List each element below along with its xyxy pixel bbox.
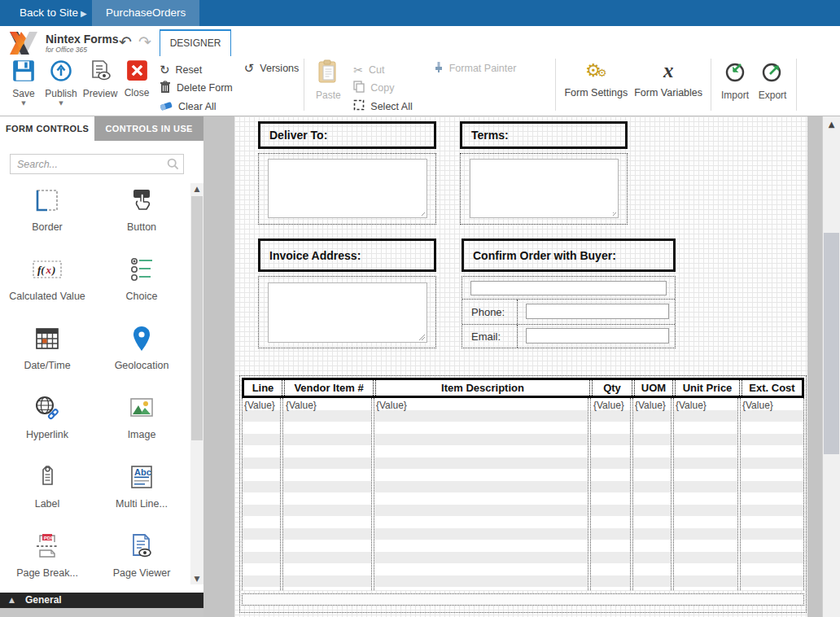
trash-icon — [160, 81, 171, 96]
line-items-header-row[interactable]: Line Vendor Item # Item Description Qty … — [242, 378, 804, 398]
col-header-item-description: Item Description — [376, 380, 589, 396]
tab-designer[interactable]: DESIGNER — [160, 29, 231, 56]
publish-dropdown-caret[interactable]: ▼ — [59, 100, 63, 107]
form-variables-button[interactable]: x Form Variables — [634, 56, 702, 116]
line-items-body[interactable]: {Value} {Value} {Value} {Value} {Value} … — [242, 398, 804, 590]
control-calculated-value[interactable]: f(x) Calculated Value — [8, 252, 86, 322]
email-label[interactable]: Email: — [462, 325, 518, 348]
control-multi-line[interactable]: Abc Multi Line... — [103, 460, 181, 529]
repeating-section-footer[interactable] — [242, 593, 804, 606]
redo-icon[interactable]: ↷ — [138, 33, 151, 50]
line-items-repeating-section[interactable]: Line Vendor Item # Item Description Qty … — [239, 375, 807, 613]
value-placeholder-line[interactable]: {Value} — [244, 400, 275, 411]
svg-text:PDF: PDF — [44, 536, 54, 540]
export-button[interactable]: Export — [754, 56, 791, 116]
geolocation-icon — [128, 325, 155, 356]
value-placeholder-item-description[interactable]: {Value} — [376, 400, 407, 411]
tab-controls-in-use[interactable]: CONTROLS IN USE — [94, 116, 203, 141]
close-button[interactable]: Close — [120, 56, 153, 116]
buyer-name-input[interactable] — [470, 281, 667, 295]
invoice-address-label[interactable]: Invoice Address: — [258, 238, 436, 272]
control-datetime[interactable]: Date/Time — [8, 322, 86, 391]
svg-text:): ) — [51, 264, 55, 276]
save-icon — [12, 59, 35, 85]
label-icon — [33, 463, 61, 494]
control-geolocation[interactable]: Geolocation — [103, 322, 181, 391]
email-input[interactable] — [526, 328, 669, 344]
undo-icon[interactable]: ↶ — [119, 33, 132, 50]
clear-all-button[interactable]: Clear All — [160, 98, 233, 116]
svg-text:Abc: Abc — [134, 467, 151, 477]
scrollbar-thumb[interactable] — [824, 233, 839, 454]
control-image[interactable]: Image — [103, 391, 181, 460]
canvas-scrollbar[interactable]: ▲ — [822, 116, 840, 617]
delete-form-button[interactable]: Delete Form — [160, 79, 233, 97]
choice-icon — [128, 256, 155, 287]
column-divider — [630, 398, 633, 590]
deliver-to-field-container[interactable] — [258, 153, 436, 225]
versions-button[interactable]: ↺ Versions — [244, 56, 300, 75]
page-break-icon: PDF — [33, 532, 61, 563]
nintex-x-icon — [8, 29, 41, 57]
confirm-order-label[interactable]: Confirm Order with Buyer: — [462, 238, 676, 272]
deliver-to-textarea[interactable] — [268, 159, 427, 218]
value-placeholder-unit-price[interactable]: {Value} — [676, 400, 707, 411]
form-grid-paper[interactable]: Deliver To: Terms: Invoice Address: — [234, 116, 807, 617]
terms-field-container[interactable] — [460, 153, 628, 225]
ribbon-divider — [304, 59, 304, 111]
value-placeholder-ext-cost[interactable]: {Value} — [742, 400, 773, 411]
tab-form-controls[interactable]: FORM CONTROLS — [0, 116, 94, 141]
value-placeholder-uom[interactable]: {Value} — [635, 400, 666, 411]
phone-label[interactable]: Phone: — [462, 300, 518, 324]
save-button[interactable]: Save ▼ — [5, 56, 42, 116]
value-placeholder-vendor-item[interactable]: {Value} — [286, 400, 317, 411]
hyperlink-icon — [33, 394, 62, 425]
nintex-logo: Nintex Forms for Office 365 — [8, 29, 118, 57]
scroll-up-icon[interactable]: ▲ — [823, 120, 840, 129]
deliver-to-label[interactable]: Deliver To: — [258, 121, 436, 149]
confirm-order-container[interactable]: Phone: Email: — [462, 276, 676, 348]
back-to-site-link[interactable]: Back to Site — [20, 0, 78, 26]
control-page-viewer[interactable]: Page Viewer — [103, 529, 181, 598]
invoice-address-textarea[interactable] — [268, 282, 427, 343]
control-page-break[interactable]: PDF Page Break... — [8, 529, 86, 598]
email-row: Email: — [462, 325, 675, 348]
preview-button[interactable]: Preview — [80, 56, 120, 116]
control-label[interactable]: Label — [8, 460, 86, 529]
suite-bar: Back to Site ▶ PurchaseOrders — [0, 0, 840, 26]
scroll-up-icon[interactable]: ▲ — [190, 185, 203, 193]
multi-line-icon: Abc — [128, 463, 155, 494]
scrollbar-thumb[interactable] — [191, 196, 203, 440]
publish-button[interactable]: Publish ▼ — [42, 56, 80, 116]
value-placeholder-qty[interactable]: {Value} — [593, 400, 624, 411]
paste-button: Paste — [309, 56, 347, 116]
search-input[interactable] — [10, 154, 184, 174]
col-header-uom: UOM — [635, 380, 672, 396]
control-choice[interactable]: Choice — [103, 252, 181, 322]
form-settings-button[interactable]: ⚙⚙ Form Settings — [564, 56, 628, 116]
sidebar-scrollbar[interactable]: ▲ ▼ — [190, 183, 203, 584]
save-dropdown-caret[interactable]: ▼ — [21, 100, 25, 107]
phone-input[interactable] — [526, 304, 669, 319]
col-header-qty: Qty — [593, 380, 632, 396]
control-hyperlink[interactable]: Hyperlink — [8, 391, 86, 460]
terms-textarea[interactable] — [470, 159, 619, 218]
format-painter-icon — [434, 61, 444, 76]
svg-text:x: x — [46, 264, 52, 276]
reset-button[interactable]: ↻ Reset — [160, 61, 233, 79]
general-section-header[interactable]: ▲ General — [0, 593, 203, 608]
page-viewer-icon — [128, 532, 155, 563]
publish-icon — [50, 59, 72, 85]
copy-button: Copy — [353, 79, 412, 97]
terms-label[interactable]: Terms: — [460, 121, 628, 149]
column-divider — [588, 398, 591, 590]
nintex-forms-designer: Back to Site ▶ PurchaseOrders Nintex For… — [0, 0, 840, 617]
scroll-down-icon[interactable]: ▼ — [190, 575, 203, 583]
control-button[interactable]: Button — [103, 183, 181, 252]
invoice-address-field-container[interactable] — [258, 276, 436, 348]
export-icon — [760, 59, 785, 87]
purchase-orders-tab[interactable]: PurchaseOrders — [92, 0, 199, 26]
control-border[interactable]: Border — [8, 183, 86, 252]
select-all-button[interactable]: Select All — [353, 98, 412, 116]
import-button[interactable]: Import — [716, 56, 754, 116]
